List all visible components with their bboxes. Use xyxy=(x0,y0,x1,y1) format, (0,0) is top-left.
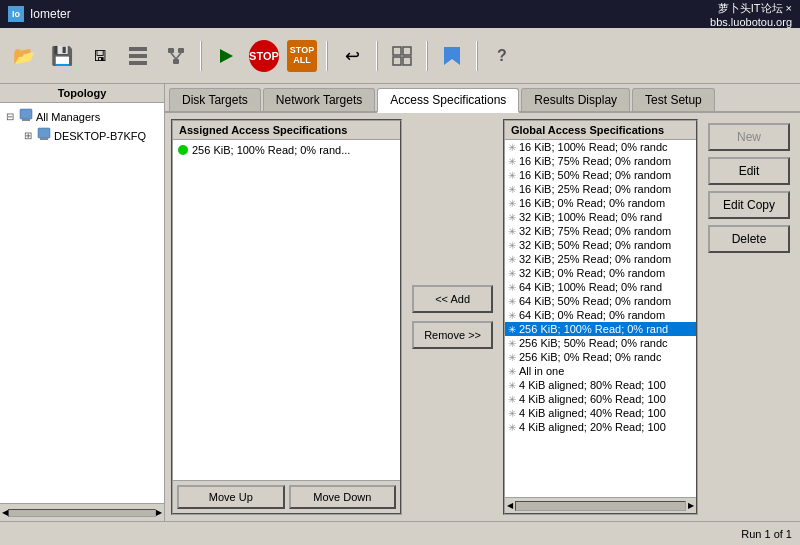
global-list-item[interactable]: ✳32 KiB; 75% Read; 0% random xyxy=(505,224,696,238)
help-button[interactable]: ? xyxy=(484,38,520,74)
assigned-header: Assigned Access Specifications xyxy=(173,121,400,140)
global-item-icon: ✳ xyxy=(508,310,516,321)
global-item-icon: ✳ xyxy=(508,338,516,349)
hscroll-track[interactable] xyxy=(515,501,686,511)
tab-network-targets[interactable]: Network Targets xyxy=(263,88,375,111)
global-list-item[interactable]: ✳64 KiB; 0% Read; 0% random xyxy=(505,308,696,322)
global-item-icon: ✳ xyxy=(508,142,516,153)
tab-access-specifications[interactable]: Access Specifications xyxy=(377,88,519,113)
global-list-item[interactable]: ✳4 KiB aligned; 40% Read; 100 xyxy=(505,406,696,420)
global-list-item[interactable]: ✳4 KiB aligned; 20% Read; 100 xyxy=(505,420,696,434)
app-title: Iometer xyxy=(30,7,71,21)
hscroll-left-arrow[interactable]: ◀ xyxy=(507,501,513,510)
global-list-item[interactable]: ✳64 KiB; 50% Read; 0% random xyxy=(505,294,696,308)
add-button[interactable]: << Add xyxy=(412,285,493,313)
global-item-icon: ✳ xyxy=(508,226,516,237)
global-item-icon: ✳ xyxy=(508,282,516,293)
scroll-track[interactable] xyxy=(8,509,156,517)
global-item-text: 64 KiB; 50% Read; 0% random xyxy=(519,295,671,307)
tab-test-setup[interactable]: Test Setup xyxy=(632,88,715,111)
right-action-buttons: New Edit Edit Copy Delete xyxy=(704,119,794,515)
global-list-item[interactable]: ✳256 KiB; 100% Read; 0% rand xyxy=(505,322,696,336)
stop-all-icon: STOPALL xyxy=(287,40,317,72)
stop-button[interactable]: STOP xyxy=(246,38,282,74)
back-button[interactable]: ↩ xyxy=(334,38,370,74)
tree-child-group: ⊞ DESKTOP-B7KFQ xyxy=(22,126,160,145)
open-button[interactable]: 📂 xyxy=(6,38,42,74)
global-list-item[interactable]: ✳32 KiB; 0% Read; 0% random xyxy=(505,266,696,280)
sidebar: Topology ⊟ All Managers ⊞ xyxy=(0,84,165,521)
svg-rect-2 xyxy=(129,61,147,65)
bookmark-button[interactable] xyxy=(434,38,470,74)
global-item-icon: ✳ xyxy=(508,212,516,223)
save-as-button[interactable]: 🖫 xyxy=(82,38,118,74)
global-item-icon: ✳ xyxy=(508,366,516,377)
global-item-text: 64 KiB; 0% Read; 0% random xyxy=(519,309,665,321)
assigned-item[interactable]: 256 KiB; 100% Read; 0% rand... xyxy=(175,142,398,158)
global-panel: Global Access Specifications ✳16 KiB; 10… xyxy=(503,119,698,515)
global-list-item[interactable]: ✳16 KiB; 0% Read; 0% random xyxy=(505,196,696,210)
svg-rect-1 xyxy=(129,54,147,58)
svg-line-6 xyxy=(171,53,176,59)
global-item-icon: ✳ xyxy=(508,268,516,279)
global-list[interactable]: ✳16 KiB; 100% Read; 0% randc✳16 KiB; 75%… xyxy=(505,140,696,497)
global-list-item[interactable]: ✳4 KiB aligned; 80% Read; 100 xyxy=(505,378,696,392)
global-list-item[interactable]: ✳32 KiB; 100% Read; 0% rand xyxy=(505,210,696,224)
global-list-item[interactable]: ✳4 KiB aligned; 60% Read; 100 xyxy=(505,392,696,406)
global-item-icon: ✳ xyxy=(508,184,516,195)
global-list-item[interactable]: ✳32 KiB; 25% Read; 0% random xyxy=(505,252,696,266)
watermark: 萝卜头IT论坛 × bbs.luobotou.org xyxy=(710,1,792,28)
global-horizontal-scrollbar[interactable]: ◀ ▶ xyxy=(505,497,696,513)
global-list-item[interactable]: ✳256 KiB; 50% Read; 0% randc xyxy=(505,336,696,350)
content-area: Disk Targets Network Targets Access Spec… xyxy=(165,84,800,521)
tab-results-display[interactable]: Results Display xyxy=(521,88,630,111)
global-item-text: 4 KiB aligned; 40% Read; 100 xyxy=(519,407,666,419)
scroll-right-arrow[interactable]: ▶ xyxy=(156,508,162,517)
save-button[interactable]: 💾 xyxy=(44,38,80,74)
global-item-icon: ✳ xyxy=(508,380,516,391)
tab-disk-targets[interactable]: Disk Targets xyxy=(169,88,261,111)
global-item-text: 256 KiB; 50% Read; 0% randc xyxy=(519,337,668,349)
start-button[interactable] xyxy=(208,38,244,74)
global-list-item[interactable]: ✳16 KiB; 50% Read; 0% random xyxy=(505,168,696,182)
assigned-footer: Move Up Move Down xyxy=(173,480,400,513)
global-list-item[interactable]: ✳16 KiB; 25% Read; 0% random xyxy=(505,182,696,196)
global-list-item[interactable]: ✳64 KiB; 100% Read; 0% rand xyxy=(505,280,696,294)
svg-marker-8 xyxy=(220,49,233,63)
global-item-icon: ✳ xyxy=(508,394,516,405)
global-item-icon: ✳ xyxy=(508,296,516,307)
sidebar-scrollbar[interactable]: ◀ ▶ xyxy=(0,503,164,521)
assigned-panel: Assigned Access Specifications 256 KiB; … xyxy=(171,119,402,515)
svg-rect-17 xyxy=(40,138,48,140)
tree-child-expand-icon: ⊞ xyxy=(24,130,34,141)
global-list-item[interactable]: ✳16 KiB; 100% Read; 0% randc xyxy=(505,140,696,154)
move-down-button[interactable]: Move Down xyxy=(289,485,397,509)
config-button[interactable] xyxy=(120,38,156,74)
edit-copy-button[interactable]: Edit Copy xyxy=(708,191,790,219)
global-list-item[interactable]: ✳32 KiB; 50% Read; 0% random xyxy=(505,238,696,252)
hscroll-right-arrow[interactable]: ▶ xyxy=(688,501,694,510)
topology-header: Topology xyxy=(0,84,164,103)
global-list-item[interactable]: ✳16 KiB; 75% Read; 0% random xyxy=(505,154,696,168)
tree-root-item[interactable]: ⊟ All Managers xyxy=(4,107,160,126)
separator-2 xyxy=(326,41,328,71)
global-item-text: 16 KiB; 75% Read; 0% random xyxy=(519,155,671,167)
svg-rect-0 xyxy=(129,47,147,51)
global-list-item[interactable]: ✳All in one xyxy=(505,364,696,378)
separator-4 xyxy=(426,41,428,71)
global-item-text: 32 KiB; 100% Read; 0% rand xyxy=(519,211,662,223)
grid-button[interactable] xyxy=(384,38,420,74)
global-item-text: 4 KiB aligned; 60% Read; 100 xyxy=(519,393,666,405)
global-item-icon: ✳ xyxy=(508,352,516,363)
tree-child-item[interactable]: ⊞ DESKTOP-B7KFQ xyxy=(22,126,160,145)
stop-all-button[interactable]: STOPALL xyxy=(284,38,320,74)
assigned-list[interactable]: 256 KiB; 100% Read; 0% rand... xyxy=(173,140,400,480)
edit-button[interactable]: Edit xyxy=(708,157,790,185)
move-up-button[interactable]: Move Up xyxy=(177,485,285,509)
global-list-item[interactable]: ✳256 KiB; 0% Read; 0% randc xyxy=(505,350,696,364)
new-button[interactable]: New xyxy=(708,123,790,151)
delete-button[interactable]: Delete xyxy=(708,225,790,253)
remove-button[interactable]: Remove >> xyxy=(412,321,493,349)
network-button[interactable] xyxy=(158,38,194,74)
tree-expand-icon: ⊟ xyxy=(6,111,16,122)
